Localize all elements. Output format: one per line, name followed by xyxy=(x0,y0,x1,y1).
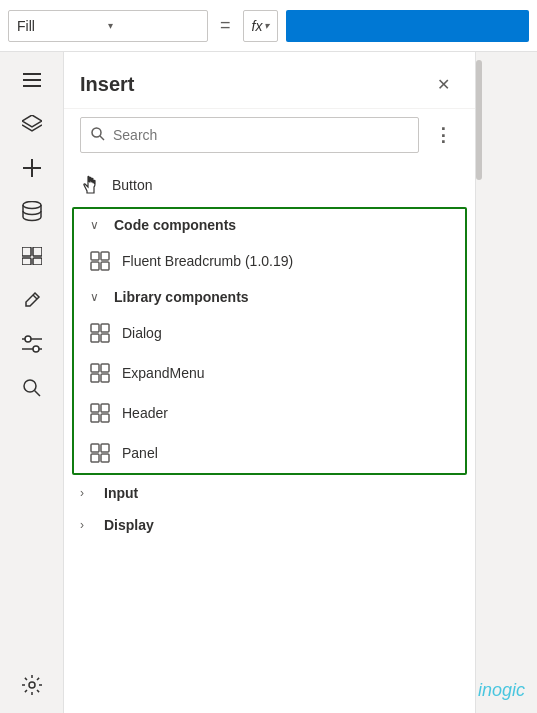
svg-rect-31 xyxy=(91,374,99,382)
svg-point-19 xyxy=(92,128,101,137)
svg-point-15 xyxy=(33,346,39,352)
svg-line-17 xyxy=(34,391,40,397)
svg-rect-9 xyxy=(22,258,31,265)
fill-dropdown[interactable]: Fill ▾ xyxy=(8,10,208,42)
svg-point-18 xyxy=(29,682,35,688)
dialog-item[interactable]: Dialog xyxy=(74,313,465,353)
top-bar: Fill ▾ = fx ▾ xyxy=(0,0,537,52)
media-icon[interactable] xyxy=(12,236,52,276)
search-container: ⋮ xyxy=(64,109,475,161)
close-icon: ✕ xyxy=(437,75,450,94)
scroll-thumb[interactable] xyxy=(476,60,482,180)
svg-point-14 xyxy=(25,336,31,342)
svg-rect-22 xyxy=(101,252,109,260)
panel-header: Insert ✕ xyxy=(64,52,475,109)
left-sidebar xyxy=(0,52,64,713)
right-area xyxy=(476,52,537,713)
settings-icon[interactable] xyxy=(12,665,52,705)
svg-rect-32 xyxy=(101,374,109,382)
dialog-label: Dialog xyxy=(122,325,162,341)
svg-rect-1 xyxy=(23,79,41,81)
library-components-header[interactable]: ∨ Library components xyxy=(74,281,465,313)
formula-bar-right[interactable] xyxy=(286,10,529,42)
fluent-breadcrumb-label: Fluent Breadcrumb (1.0.19) xyxy=(122,253,293,269)
svg-rect-27 xyxy=(91,334,99,342)
svg-rect-38 xyxy=(101,444,109,452)
expand-menu-icon xyxy=(90,363,110,383)
svg-rect-5 xyxy=(23,167,41,169)
svg-rect-10 xyxy=(33,258,42,265)
svg-rect-26 xyxy=(101,324,109,332)
more-options-button[interactable]: ⋮ xyxy=(427,119,459,151)
fx-label: fx xyxy=(252,18,263,34)
code-components-chevron: ∨ xyxy=(90,218,106,232)
display-title: Display xyxy=(104,517,154,533)
header-label: Header xyxy=(122,405,168,421)
input-title: Input xyxy=(104,485,138,501)
draw-icon[interactable] xyxy=(12,280,52,320)
fluent-breadcrumb-item[interactable]: Fluent Breadcrumb (1.0.19) xyxy=(74,241,465,281)
panel-comp-icon xyxy=(90,443,110,463)
svg-rect-29 xyxy=(91,364,99,372)
expand-menu-item[interactable]: ExpandMenu xyxy=(74,353,465,393)
more-options-icon: ⋮ xyxy=(434,124,452,146)
database-icon[interactable] xyxy=(12,192,52,232)
svg-rect-35 xyxy=(91,414,99,422)
hamburger-icon[interactable] xyxy=(12,60,52,100)
highlighted-sections-box: ∨ Code components Fluent Breadcrumb (1.0… xyxy=(72,207,467,475)
button-label: Button xyxy=(112,177,152,193)
input-section[interactable]: › Input xyxy=(64,477,475,509)
panel-comp-label: Panel xyxy=(122,445,158,461)
display-chevron: › xyxy=(80,518,96,532)
input-chevron: › xyxy=(80,486,96,500)
svg-line-11 xyxy=(33,295,37,299)
search-icon-inner xyxy=(91,127,105,144)
panel-item[interactable]: Panel xyxy=(74,433,465,473)
svg-point-6 xyxy=(23,202,41,209)
controls-icon[interactable] xyxy=(12,324,52,364)
svg-rect-8 xyxy=(33,247,42,256)
fill-chevron: ▾ xyxy=(108,20,199,31)
svg-point-16 xyxy=(24,380,36,392)
svg-rect-23 xyxy=(91,262,99,270)
svg-rect-34 xyxy=(101,404,109,412)
insert-panel: Insert ✕ ⋮ Button xyxy=(64,52,476,713)
svg-line-20 xyxy=(100,136,104,140)
panel-title: Insert xyxy=(80,73,134,96)
library-components-chevron: ∨ xyxy=(90,290,106,304)
code-components-header[interactable]: ∨ Code components xyxy=(74,209,465,241)
svg-rect-24 xyxy=(101,262,109,270)
svg-rect-30 xyxy=(101,364,109,372)
fill-label: Fill xyxy=(17,18,108,34)
svg-rect-33 xyxy=(91,404,99,412)
svg-marker-3 xyxy=(22,115,42,127)
search-icon[interactable] xyxy=(12,368,52,408)
button-item[interactable]: Button xyxy=(64,165,475,205)
watermark: inogic xyxy=(478,680,525,701)
layers-icon[interactable] xyxy=(12,104,52,144)
search-box[interactable] xyxy=(80,117,419,153)
panel-content: Button ∨ Code components Fluent xyxy=(64,161,475,713)
add-icon[interactable] xyxy=(12,148,52,188)
header-icon xyxy=(90,403,110,423)
svg-rect-37 xyxy=(91,444,99,452)
display-section[interactable]: › Display xyxy=(64,509,475,541)
dialog-icon xyxy=(90,323,110,343)
svg-rect-7 xyxy=(22,247,31,256)
svg-rect-2 xyxy=(23,85,41,87)
svg-rect-21 xyxy=(91,252,99,260)
svg-rect-0 xyxy=(23,73,41,75)
header-item[interactable]: Header xyxy=(74,393,465,433)
expand-menu-label: ExpandMenu xyxy=(122,365,205,381)
search-input[interactable] xyxy=(113,127,408,143)
svg-rect-40 xyxy=(101,454,109,462)
equals-sign: = xyxy=(216,15,235,36)
close-button[interactable]: ✕ xyxy=(427,68,459,100)
button-icon xyxy=(80,175,100,195)
svg-rect-36 xyxy=(101,414,109,422)
fx-chevron: ▾ xyxy=(264,20,269,31)
library-components-title: Library components xyxy=(114,289,249,305)
svg-rect-39 xyxy=(91,454,99,462)
fx-button[interactable]: fx ▾ xyxy=(243,10,279,42)
fluent-breadcrumb-icon xyxy=(90,251,110,271)
